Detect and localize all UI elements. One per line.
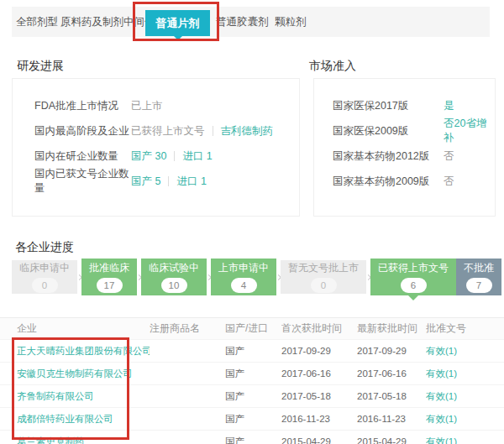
edl-2009-value: 否 <box>444 175 454 189</box>
latest-date-cell: 2016-11-23 <box>357 414 426 424</box>
table-row: 安徽贝克生物制药有限公司 国产 2017-06-16 2017-06-16 有效… <box>0 363 504 385</box>
edl-2009-label: 国家基本药物2009版 <box>333 175 444 189</box>
license-link[interactable]: 有效(1) <box>426 436 504 444</box>
company-link[interactable]: 正大天晴药业集团股份有限公司 <box>17 345 150 358</box>
value-divider <box>213 126 213 136</box>
license-link[interactable]: 有效(1) <box>426 390 504 403</box>
caret-down-icon <box>408 295 418 300</box>
origin-cell: 国产 <box>225 345 281 358</box>
stage-label: 不批准 <box>464 261 494 275</box>
domestic-highest-stage-value: 已获得上市文号 <box>131 124 205 138</box>
stage-clinical-approved[interactable]: 批准临床 17 <box>81 259 137 295</box>
table-row: 成都倍特药业有限公司 国产 2016-11-23 2016-11-23 有效(1… <box>0 408 504 431</box>
edl-2009-row: 国家基本药物2009版 否 <box>333 169 495 194</box>
domestic-highest-stage-row: 国内最高阶段及企业 已获得上市文号 吉利德制药 <box>34 118 299 144</box>
first-date-cell: 2017-09-29 <box>281 346 357 356</box>
nrdl-2009-value[interactable]: 否20省增补 <box>444 117 495 145</box>
edl-2012-label: 国家基本药物2012版 <box>333 149 444 164</box>
table-row: 正大天晴药业集团股份有限公司 国产 2017-09-29 2017-09-29 … <box>0 340 504 363</box>
latest-date-cell: 2015-04-29 <box>357 436 426 444</box>
origin-cell: 国产 <box>225 436 281 444</box>
caret-down-icon <box>174 36 182 40</box>
companies-licensed-label: 国内已获文号企业数量 <box>34 167 131 196</box>
gilead-company-link[interactable]: 吉利德制药 <box>221 124 274 138</box>
nrdl-2009-row: 国家医保2009版 否20省增补 <box>333 118 495 144</box>
nrdl-2017-label: 国家医保2017版 <box>333 99 444 113</box>
edl-2012-row: 国家基本药物2012版 否 <box>333 144 495 169</box>
stage-label: 临床申请中 <box>19 261 70 275</box>
tab-granules[interactable]: 颗粒剂 <box>275 7 307 37</box>
first-date-cell: 2015-04-29 <box>281 436 357 444</box>
origin-cell: 国产 <box>225 368 281 380</box>
col-first-approval-date: 首次获批时间 <box>281 321 357 336</box>
latest-date-cell: 2017-09-29 <box>357 346 426 356</box>
import-in-dev-count-link[interactable]: 进口 1 <box>182 149 212 164</box>
nrdl-2009-label: 国家医保2009版 <box>333 124 444 138</box>
license-link[interactable]: 有效(1) <box>426 345 504 358</box>
stage-label: 上市申请中 <box>218 261 269 275</box>
stage-label: 已获得上市文号 <box>378 261 449 275</box>
stage-approved-no-license[interactable]: 暂无文号批上市 0 <box>281 260 366 294</box>
table-row: 葛兰素史克制药 国产 2015-04-29 2015-04-29 有效(1) <box>0 431 504 444</box>
stage-clinical-application[interactable]: 临床申请中 0 <box>12 260 77 294</box>
stage-count-badge: 4 <box>231 278 257 293</box>
company-link[interactable]: 葛兰素史克制药 <box>17 436 150 444</box>
license-link[interactable]: 有效(1) <box>426 368 504 380</box>
table-row: 齐鲁制药有限公司 国产 2017-05-18 2017-05-18 有效(1) <box>0 385 504 408</box>
companies-in-development-row: 国内在研企业数量 国产 30 进口 1 <box>34 144 299 169</box>
domestic-licensed-count-link[interactable]: 国产 5 <box>131 175 160 189</box>
rd-progress-panel: FDA批准上市情况 已上市 国内最高阶段及企业 已获得上市文号 吉利德制药 国内… <box>12 78 300 217</box>
tab-tablets-active[interactable]: 普通片剂 <box>145 10 210 36</box>
company-table: 企业 注册商品名 国产/进口 首次获批时间 最新获批时间 批准文号 正大天晴药业… <box>0 317 504 444</box>
origin-cell: 国产 <box>225 390 281 403</box>
tab-all-dosage-forms[interactable]: 全部剂型 <box>16 7 58 37</box>
stage-count-badge: 17 <box>97 278 123 293</box>
stage-clinical-trials[interactable]: 临床试验中 10 <box>141 259 207 295</box>
nrdl-2017-value[interactable]: 是 <box>444 99 454 113</box>
market-access-title: 市场准入 <box>309 59 356 74</box>
companies-licensed-row: 国内已获文号企业数量 国产 5 进口 1 <box>34 169 299 194</box>
stage-label: 暂无文号批上市 <box>288 261 359 275</box>
tab-capsules[interactable]: 普通胶囊剂 <box>216 7 269 37</box>
first-date-cell: 2016-11-23 <box>281 414 357 424</box>
domestic-highest-stage-label: 国内最高阶段及企业 <box>34 124 131 138</box>
origin-cell: 国产 <box>225 413 281 426</box>
stage-count-badge: 0 <box>311 278 337 293</box>
progress-pipeline: 临床申请中 0 批准临床 17 临床试验中 10 上市申请中 4 暂无文号批上市… <box>12 259 500 295</box>
dosage-form-tabbar: 全部剂型 原料药及制剂中间体 普通胶囊剂 颗粒剂 普通片剂 <box>12 7 490 37</box>
stage-count-badge: 6 <box>401 278 427 293</box>
import-licensed-count-link[interactable]: 进口 1 <box>176 175 206 189</box>
company-link[interactable]: 成都倍特药业有限公司 <box>17 413 150 426</box>
col-origin: 国产/进口 <box>225 321 281 336</box>
nrdl-2017-row: 国家医保2017版 是 <box>333 93 495 118</box>
company-link[interactable]: 齐鲁制药有限公司 <box>17 390 150 403</box>
stage-label: 临床试验中 <box>149 261 199 275</box>
market-access-panel: 国家医保2017版 是 国家医保2009版 否20省增补 国家基本药物2012版… <box>313 78 496 217</box>
value-divider <box>168 176 169 186</box>
latest-date-cell: 2017-06-16 <box>357 368 426 379</box>
first-date-cell: 2017-05-18 <box>281 391 357 401</box>
stage-count-badge: 0 <box>32 278 58 293</box>
first-date-cell: 2017-06-16 <box>281 368 357 379</box>
col-latest-approval-date: 最新获批时间 <box>357 321 426 336</box>
fda-status-label: FDA批准上市情况 <box>34 99 131 113</box>
tab-tablets-label: 普通片剂 <box>156 17 200 29</box>
stage-label: 批准临床 <box>89 261 129 275</box>
table-header-row: 企业 注册商品名 国产/进口 首次获批时间 最新获批时间 批准文号 <box>0 317 504 340</box>
company-link[interactable]: 安徽贝克生物制药有限公司 <box>17 368 150 380</box>
stage-marketing-application[interactable]: 上市申请中 4 <box>211 259 276 295</box>
value-divider <box>174 151 175 161</box>
col-company: 企业 <box>17 321 150 336</box>
license-link[interactable]: 有效(1) <box>426 413 504 426</box>
companies-in-development-label: 国内在研企业数量 <box>34 149 131 164</box>
rd-progress-title: 研发进展 <box>17 59 64 74</box>
latest-date-cell: 2017-05-18 <box>357 391 426 401</box>
stage-licensed-selected[interactable]: 已获得上市文号 6 <box>370 259 456 295</box>
stage-count-badge: 7 <box>466 278 492 293</box>
tab-api-and-intermediates[interactable]: 原料药及制剂中间体 <box>60 7 155 37</box>
domestic-in-dev-count-link[interactable]: 国产 30 <box>131 149 166 164</box>
company-progress-title: 各企业进度 <box>15 240 74 255</box>
stage-count-badge: 10 <box>161 278 187 293</box>
stage-rejected[interactable]: 不批准 7 <box>456 259 501 295</box>
col-brand-name: 注册商品名 <box>150 321 225 336</box>
